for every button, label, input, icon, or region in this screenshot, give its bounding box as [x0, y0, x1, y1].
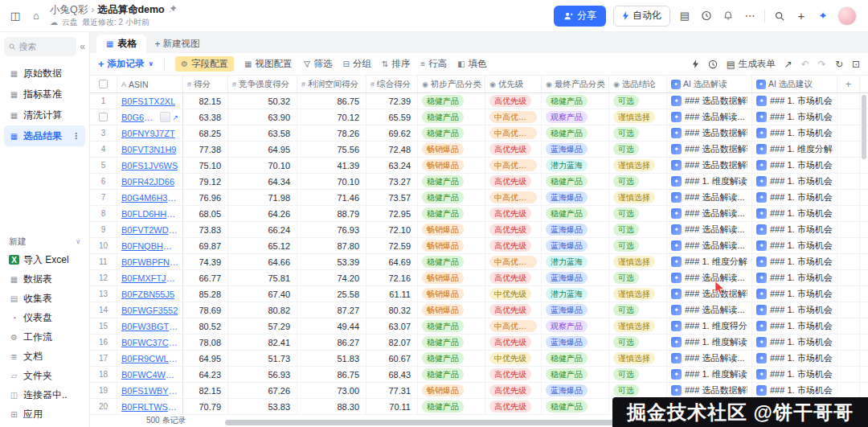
column-header-3[interactable]: #竞争强度得分: [228, 76, 297, 92]
tag-cell[interactable]: 中高优先级: [485, 125, 542, 141]
ai-cell[interactable]: ✦### 选品数据解读...: [667, 142, 752, 157]
row-number-cell[interactable]: 14: [90, 302, 117, 318]
home-icon[interactable]: ⌂: [29, 10, 43, 22]
asin-link[interactable]: B0FLD6HHWT: [121, 209, 178, 219]
ai-cell[interactable]: ✦### 1. 市场机会评估...: [752, 383, 837, 398]
score-cell[interactable]: 70.11: [366, 399, 418, 414]
row-checkbox[interactable]: [99, 113, 108, 121]
breadcrumb-workspace[interactable]: 小兔Q彩: [50, 4, 88, 15]
asin-cell[interactable]: B0FS1JV6WS: [117, 158, 183, 173]
asin-cell[interactable]: B0G6BBFJ↗: [117, 109, 183, 125]
score-cell[interactable]: 66.24: [228, 222, 297, 237]
ai-cell[interactable]: ✦### 选品数据解读...: [667, 383, 752, 398]
score-cell[interactable]: 77.31: [366, 383, 418, 398]
score-cell[interactable]: 61.11: [366, 286, 418, 302]
row-number-cell[interactable]: [90, 109, 117, 125]
score-cell[interactable]: 73.27: [366, 174, 418, 189]
ai-cell[interactable]: ✦### 1. 市场机会评估...: [752, 125, 837, 141]
ai-cell[interactable]: ✦### 选品解读...: [667, 238, 752, 253]
add-field-button[interactable]: +: [837, 76, 860, 92]
score-cell[interactable]: 82.07: [366, 335, 418, 350]
score-cell[interactable]: 86.75: [297, 93, 366, 109]
undo-icon[interactable]: ↶: [801, 59, 809, 70]
score-cell[interactable]: 49.44: [297, 318, 366, 334]
score-cell[interactable]: 70.12: [297, 109, 366, 125]
tag-cell[interactable]: 稳健产品: [418, 318, 485, 334]
score-cell[interactable]: 87.80: [297, 238, 366, 253]
select-all-cell[interactable]: [90, 76, 117, 92]
score-cell[interactable]: 64.26: [228, 206, 297, 221]
score-cell[interactable]: 53.39: [297, 254, 366, 269]
field-config-button[interactable]: ⚙ 字段配置: [175, 56, 234, 72]
score-cell[interactable]: 77.38: [183, 142, 228, 157]
column-header-6[interactable]: ◉初步产品分类: [418, 76, 485, 92]
asin-cell[interactable]: B0FS1WBYTN: [117, 383, 183, 398]
create-item-8[interactable]: ◫连接器中..: [4, 385, 85, 404]
asin-link[interactable]: B0FVT3N1H9: [121, 145, 176, 154]
tag-cell[interactable]: 高优先级: [485, 222, 542, 237]
group-button[interactable]: ⊟ 分组: [343, 58, 371, 70]
row-number-cell[interactable]: 13: [90, 286, 117, 302]
asin-link[interactable]: B0FS1JV6WS: [121, 161, 178, 170]
tag-cell[interactable]: 高优先级: [485, 142, 542, 157]
widgets-icon[interactable]: ▤: [678, 10, 692, 22]
tag-cell[interactable]: 稳健产品: [542, 351, 609, 366]
tag-cell[interactable]: 畅销爆品: [418, 142, 485, 157]
ai-cell[interactable]: ✦### 1. 市场机会评估...: [752, 238, 837, 253]
tag-cell[interactable]: 中高优先级: [485, 158, 542, 173]
asin-link[interactable]: B0FNY9J7ZT: [121, 129, 175, 138]
new-section-header[interactable]: 新建 ∨: [4, 232, 85, 250]
score-cell[interactable]: 64.34: [228, 174, 297, 189]
more-icon[interactable]: ⋯: [743, 10, 757, 22]
asin-link[interactable]: B0FZBN55J5: [121, 289, 174, 299]
score-cell[interactable]: 80.82: [228, 302, 297, 318]
tag-cell[interactable]: 潜力蓝海: [542, 254, 609, 269]
score-cell[interactable]: 73.57: [366, 190, 418, 205]
score-cell[interactable]: 67.26: [228, 383, 297, 398]
row-number-cell[interactable]: 12: [90, 270, 117, 285]
row-height-button[interactable]: ≡ 行高: [420, 58, 447, 70]
asin-cell[interactable]: B0FLD6HHWT: [117, 206, 183, 221]
tag-cell[interactable]: 畅销爆品: [418, 238, 485, 253]
tag-cell[interactable]: 高优先级: [485, 335, 542, 350]
ai-assistant-icon[interactable]: ✦: [816, 10, 830, 22]
score-cell[interactable]: 64.66: [228, 254, 297, 269]
tag-cell[interactable]: 蓝海爆品: [542, 335, 609, 350]
tag-cell[interactable]: 中优先级: [485, 351, 542, 366]
tag-cell[interactable]: 稳健产品: [418, 109, 485, 125]
asin-link[interactable]: B0FNQBHQ6T: [121, 241, 178, 251]
add-record-button[interactable]: + 添加记录 ∨: [98, 58, 154, 70]
tag-cell[interactable]: 稳健产品: [542, 367, 609, 382]
tag-cell[interactable]: 谨慎选择: [609, 158, 667, 173]
automation-shortcut-icon[interactable]: [692, 60, 699, 68]
score-cell[interactable]: 50.32: [228, 93, 297, 109]
row-number-cell[interactable]: 3: [90, 125, 117, 141]
tag-cell[interactable]: 谨慎选择: [609, 351, 667, 366]
score-cell[interactable]: 65.59: [366, 109, 418, 125]
tag-cell[interactable]: 稳健产品: [418, 335, 485, 350]
column-header-10[interactable]: ✦AI 选品解读: [667, 76, 752, 92]
score-cell[interactable]: 56.93: [228, 367, 297, 382]
ai-cell[interactable]: ✦### 1. 市场机会评估...: [752, 190, 837, 205]
create-item-4[interactable]: ◔仪表盘: [4, 308, 85, 327]
tag-cell[interactable]: 中高优先级: [485, 254, 542, 269]
asin-cell[interactable]: B0FWC4WHP2: [117, 367, 183, 382]
tag-cell[interactable]: 稳健产品: [542, 125, 609, 141]
score-cell[interactable]: 64.95: [228, 142, 297, 157]
score-cell[interactable]: 76.93: [297, 222, 366, 237]
score-cell[interactable]: 86.27: [297, 335, 366, 350]
tag-cell[interactable]: 稳健产品: [418, 206, 485, 221]
tag-cell[interactable]: 观察产品: [542, 318, 609, 334]
row-number-cell[interactable]: 15: [90, 318, 117, 334]
tag-cell[interactable]: 稳健产品: [418, 190, 485, 205]
tag-cell[interactable]: 稳健产品: [542, 93, 609, 109]
score-cell[interactable]: 78.69: [183, 302, 228, 318]
score-cell[interactable]: 73.83: [183, 222, 228, 237]
score-cell[interactable]: 70.79: [183, 399, 228, 414]
ai-cell[interactable]: ✦### 选品数据解读...: [667, 158, 752, 173]
ai-cell[interactable]: ✦### 选品解读...: [667, 109, 752, 125]
item-menu-icon[interactable]: ⋮: [72, 131, 80, 142]
score-cell[interactable]: 51.83: [297, 351, 366, 366]
asin-link[interactable]: B0G4M6H3KR: [121, 193, 178, 203]
column-header-8[interactable]: ◉最终产品分类: [542, 76, 609, 92]
